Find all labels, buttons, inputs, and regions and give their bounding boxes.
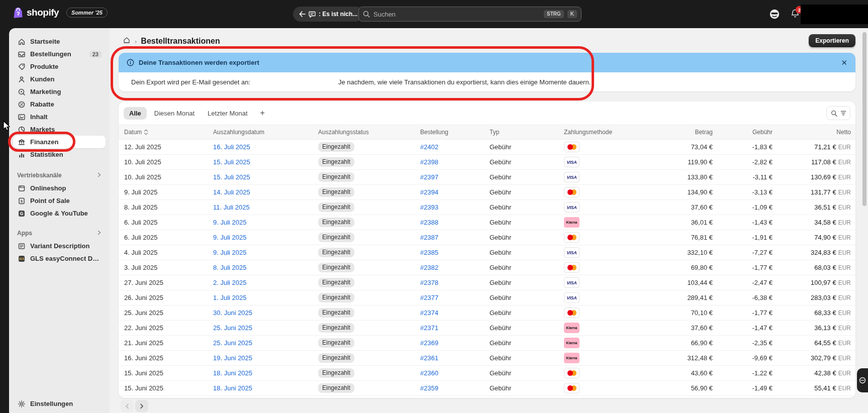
table-row[interactable]: 10. Juli 2025 15. Juli 2025 Eingezahlt #…: [119, 155, 855, 170]
column-header-zahlungsmethode[interactable]: Zahlungsmethode: [564, 129, 653, 136]
table-row[interactable]: 15. Juni 2025 18. Juni 2025 Eingezahlt #…: [119, 366, 855, 381]
table-row[interactable]: 9. Juli 2025 14. Juli 2025 Eingezahlt #2…: [119, 185, 855, 200]
sidebar-item-gls-easyconnect[interactable]: GLS GLS easyConnect DE (offi...: [13, 252, 106, 265]
order-link[interactable]: #2361: [420, 354, 490, 362]
column-header-auszahlungsstatus[interactable]: Auszahlungsstatus: [318, 129, 420, 136]
payout-date-link[interactable]: 30. Juni 2025: [213, 309, 318, 317]
sidebar-item-marketing[interactable]: Marketing: [13, 85, 106, 98]
order-link[interactable]: #2369: [420, 339, 490, 347]
global-search[interactable]: STRG K: [358, 7, 582, 22]
table-row[interactable]: 12. Juli 2025 16. Juli 2025 Eingezahlt #…: [119, 140, 855, 155]
column-header-gebuehr[interactable]: Gebühr: [717, 129, 777, 136]
table-row[interactable]: 25. Juni 2025 30. Juni 2025 Eingezahlt #…: [119, 305, 855, 321]
column-header-typ[interactable]: Typ: [490, 129, 564, 136]
search-and-filter-button[interactable]: [826, 106, 850, 120]
marketing-icon: [17, 87, 26, 96]
payout-date-link[interactable]: 16. Juli 2025: [213, 143, 318, 151]
table-row[interactable]: 6. Juli 2025 9. Juli 2025 Eingezahlt #23…: [119, 215, 855, 230]
export-button[interactable]: Exportieren: [809, 34, 855, 47]
order-link[interactable]: #2360: [420, 369, 490, 377]
payout-date-link[interactable]: 14. Juli 2025: [213, 188, 318, 196]
cell-status: Eingezahlt: [318, 293, 420, 302]
column-header-datum[interactable]: Datum: [124, 129, 213, 136]
order-link[interactable]: #2382: [420, 264, 490, 271]
sidebar-item-produkte[interactable]: Produkte: [13, 60, 106, 73]
payout-date-link[interactable]: 9. Juli 2025: [213, 234, 318, 241]
payment-mastercard-icon: [564, 232, 580, 243]
table-row[interactable]: 21. Juni 2025 25. Juni 2025 Eingezahlt #…: [119, 336, 855, 351]
table-row[interactable]: 27. Juni 2025 2. Juli 2025 Eingezahlt #2…: [119, 275, 855, 290]
payout-date-link[interactable]: 25. Juni 2025: [213, 324, 318, 332]
vertical-scrollbar[interactable]: [862, 32, 866, 206]
table-row[interactable]: 4. Juli 2025 9. Juli 2025 Eingezahlt #23…: [119, 245, 855, 260]
order-link[interactable]: #2402: [420, 143, 490, 151]
side-panel-toggle[interactable]: [857, 368, 868, 392]
payout-date-link[interactable]: 19. Juni 2025: [213, 354, 318, 362]
previous-page-button[interactable]: [121, 400, 134, 412]
table-row[interactable]: 26. Juni 2025 1. Juli 2025 Eingezahlt #2…: [119, 290, 855, 305]
add-view-button[interactable]: +: [255, 108, 270, 119]
column-header-bestellung[interactable]: Bestellung: [420, 129, 490, 136]
sidebar-item-statistiken[interactable]: Statistiken: [13, 148, 106, 161]
order-link[interactable]: #2374: [420, 309, 490, 317]
payout-date-link[interactable]: 18. Juni 2025: [213, 384, 318, 392]
sidebar-section-vertriebskanaele[interactable]: Vertriebskanäle: [13, 169, 106, 182]
breadcrumb-home-icon[interactable]: [123, 36, 131, 46]
order-link[interactable]: #2397: [420, 173, 490, 181]
order-link[interactable]: #2388: [420, 219, 490, 226]
payout-date-link[interactable]: 15. Juli 2025: [213, 173, 318, 181]
table-row[interactable]: 15. Juni 2025 18. Juni 2025 Eingezahlt #…: [119, 381, 855, 396]
sidebar-section-apps[interactable]: Apps: [13, 227, 106, 240]
sidebar-item-inhalt[interactable]: Inhalt: [13, 111, 106, 123]
next-page-button[interactable]: [135, 400, 148, 412]
column-header-betrag[interactable]: Betrag: [653, 129, 717, 136]
table-row[interactable]: 10. Juli 2025 15. Juli 2025 Eingezahlt #…: [119, 170, 855, 185]
sidebar-item-onlineshop[interactable]: Onlineshop: [13, 182, 106, 194]
table-row[interactable]: 3. Juli 2025 8. Juli 2025 Eingezahlt #23…: [119, 260, 855, 275]
sidebar-item-kunden[interactable]: Kunden: [13, 73, 106, 85]
payout-date-link[interactable]: 25. Juni 2025: [213, 339, 318, 347]
order-link[interactable]: #2387: [420, 234, 490, 241]
sidebar-item-startseite[interactable]: Startseite: [13, 35, 106, 48]
order-link[interactable]: #2394: [420, 188, 490, 196]
table-row[interactable]: 8. Juli 2025 11. Juli 2025 Eingezahlt #2…: [119, 200, 855, 215]
notifications-bell-icon[interactable]: 2: [790, 9, 801, 20]
payout-date-link[interactable]: 11. Juli 2025: [213, 203, 318, 211]
table-row[interactable]: 22. Juni 2025 25. Juni 2025 Eingezahlt #…: [119, 321, 855, 336]
payout-date-link[interactable]: 15. Juli 2025: [213, 158, 318, 166]
column-header-auszahlungsdatum[interactable]: Auszahlungsdatum: [213, 129, 318, 136]
order-link[interactable]: #2378: [420, 279, 490, 286]
tab-alle[interactable]: Alle: [124, 107, 147, 120]
table-row[interactable]: 6. Juli 2025 9. Juli 2025 Eingezahlt #23…: [119, 230, 855, 245]
sidebar-item-einstellungen[interactable]: Einstellungen: [13, 397, 106, 410]
search-input[interactable]: [373, 11, 540, 18]
column-header-netto[interactable]: Netto: [777, 129, 855, 136]
sidebar-item-variant-description[interactable]: Variant Description: [13, 240, 106, 252]
payout-date-link[interactable]: 9. Juli 2025: [213, 219, 318, 226]
payout-date-link[interactable]: 8. Juli 2025: [213, 264, 318, 271]
payout-date-link[interactable]: 2. Juli 2025: [213, 279, 318, 286]
back-navigation-chip[interactable]: : Es ist nich...: [293, 7, 363, 22]
sidebar-item-point-of-sale[interactable]: $ Point of Sale: [13, 194, 106, 207]
sidebar-item-google-youtube[interactable]: G Google & YouTube: [13, 207, 106, 220]
tab-diesen-monat[interactable]: Diesen Monat: [149, 107, 200, 120]
sidebar-item-rabatte[interactable]: Rabatte: [13, 98, 106, 111]
payout-date-link[interactable]: 1. Juli 2025: [213, 294, 318, 301]
order-link[interactable]: #2377: [420, 294, 490, 301]
order-link[interactable]: #2359: [420, 384, 490, 392]
avatar-icon[interactable]: [769, 9, 780, 20]
sidebar-item-markets[interactable]: Markets: [13, 123, 106, 136]
shopify-logo[interactable]: shopify Sommer '25: [13, 7, 108, 18]
payout-date-link[interactable]: 9. Juli 2025: [213, 249, 318, 256]
table-row[interactable]: 16. Juni 2025 19. Juni 2025 Eingezahlt #…: [119, 351, 855, 366]
redacted-store-name[interactable]: [801, 5, 868, 24]
payout-date-link[interactable]: 18. Juni 2025: [213, 369, 318, 377]
close-icon[interactable]: ✕: [841, 59, 847, 66]
sidebar-item-finanzen[interactable]: Finanzen: [13, 136, 106, 148]
sidebar-item-bestellungen[interactable]: Bestellungen 23: [13, 48, 106, 60]
tab-letzter-monat[interactable]: Letzter Monat: [202, 107, 253, 120]
order-link[interactable]: #2393: [420, 203, 490, 211]
order-link[interactable]: #2398: [420, 158, 490, 166]
order-link[interactable]: #2371: [420, 324, 490, 332]
order-link[interactable]: #2385: [420, 249, 490, 256]
